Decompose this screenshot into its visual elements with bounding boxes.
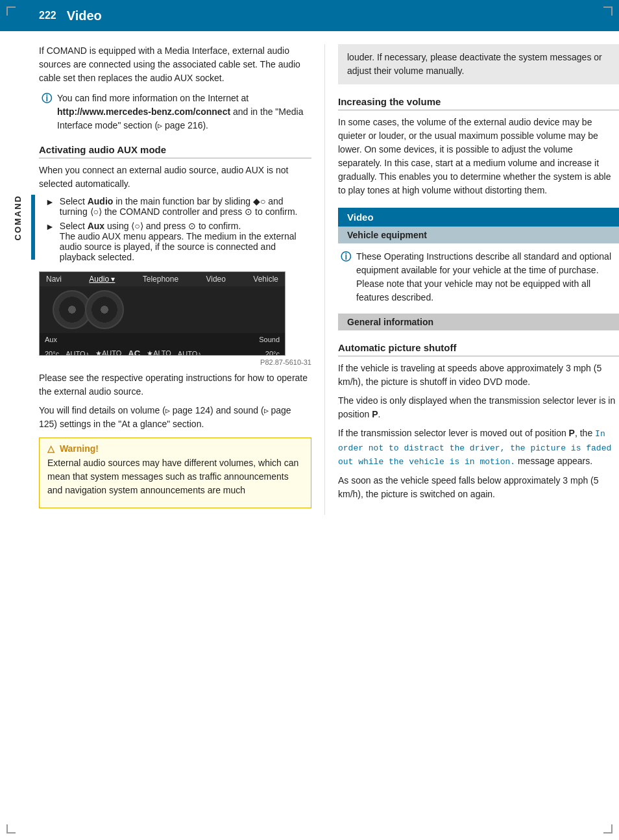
temp-right: 20°c	[265, 350, 280, 356]
warning-icon: △	[47, 443, 55, 454]
tab-audio: Audio ▾	[89, 275, 115, 284]
section-heading-aux: Activating audio AUX mode	[39, 144, 311, 158]
warning-box: △ Warning! External audio sources may ha…	[39, 438, 311, 508]
step2: ► Select Aux using ⟨○⟩ and press ⊙ to co…	[45, 221, 311, 262]
display-main-area	[40, 286, 285, 333]
aux-label: Aux	[45, 336, 57, 343]
highlight-box: louder. If necessary, please deactivate …	[338, 44, 619, 84]
corner-mark-br	[603, 824, 613, 834]
step2-detail: The audio AUX menu appears. The medium i…	[60, 231, 297, 262]
after-display-1: Please see the respective operating inst…	[39, 371, 311, 399]
display-bottom-bar: Aux Sound	[40, 333, 285, 346]
page-header: 222 Video	[0, 0, 619, 31]
left-column: If COMAND is equipped with a Media Inter…	[39, 44, 324, 515]
display-top-bar: Navi Audio ▾ Telephone Video Vehicle	[40, 272, 285, 286]
warning-text: External audio sources may have differen…	[47, 456, 303, 497]
display-bottom-left: Aux	[45, 336, 57, 343]
auto-left: AUTO♪	[66, 350, 89, 356]
tab-video: Video	[206, 275, 225, 284]
sidebar-marker	[31, 195, 35, 260]
after-display-2: You will find details on volume (▹ page …	[39, 404, 311, 431]
display-bottom-right: Sound	[259, 336, 280, 343]
info-icon-vehicle: ⓘ	[341, 251, 351, 264]
volume-text: In some cases, the volume of the externa…	[338, 116, 619, 197]
bullet-arrow-2: ►	[45, 221, 55, 232]
vehicle-info-text: These Operating Instructions describe al…	[356, 250, 619, 304]
bullet-arrow-1: ►	[45, 197, 55, 207]
tab-navi: Navi	[46, 275, 62, 284]
header-title: Video	[67, 8, 102, 23]
aux-intro: When you connect an external audio sourc…	[39, 164, 311, 191]
right-column: louder. If necessary, please deactivate …	[324, 44, 619, 515]
step1: ► Select Audio in the main function bar …	[45, 196, 311, 217]
auto-right: AUTO♪	[178, 350, 201, 356]
corner-mark-bl	[6, 824, 16, 834]
info-box-vehicle: ⓘ These Operating Instructions describe …	[338, 250, 619, 304]
video-section-header: Video	[338, 208, 619, 227]
climate-left: 20°c AUTO♪ ★AUTO AC ★ALTO AUTO♪	[45, 349, 201, 356]
step2-text: Select Aux using ⟨○⟩ and press ⊙ to conf…	[60, 221, 311, 262]
page-number: 222	[39, 10, 56, 21]
sidebar-label: COMAND	[13, 195, 23, 241]
corner-mark-tl	[6, 6, 16, 16]
shutoff-para4: As soon as the vehicle speed falls below…	[338, 474, 619, 501]
star-alto: ★ALTO	[147, 349, 171, 356]
star-auto: ★AUTO	[95, 349, 121, 356]
main-content: If COMAND is equipped with a Media Inter…	[0, 31, 619, 528]
step1-text: Select Audio in the main function bar by…	[60, 196, 311, 217]
info-box-internet: ⓘ You can find more information on the I…	[39, 92, 311, 132]
info-icon: ⓘ	[42, 92, 52, 106]
tab-telephone: Telephone	[143, 275, 178, 284]
shutoff-heading: Automatic picture shutoff	[338, 342, 619, 356]
shutoff-para2: The video is only displayed when the tra…	[338, 394, 619, 421]
general-info-subheader: General information	[338, 314, 619, 330]
info-text-internet: You can find more information on the Int…	[57, 92, 311, 132]
corner-mark-tr	[603, 6, 613, 16]
tab-vehicle: Vehicle	[253, 275, 278, 284]
temp-left: 20°c	[45, 350, 59, 356]
warning-title: △ Warning!	[47, 443, 303, 454]
display-image: Navi Audio ▾ Telephone Video Vehicle Aux…	[39, 271, 285, 356]
intro-paragraph: If COMAND is equipped with a Media Inter…	[39, 44, 311, 85]
section-heading-volume: Increasing the volume	[338, 96, 619, 110]
display-caption: P82.87-5610-31	[39, 358, 311, 366]
climate-bar: 20°c AUTO♪ ★AUTO AC ★ALTO AUTO♪ 20°c	[40, 346, 285, 356]
vinyl-record-2	[85, 290, 124, 329]
ac-label: AC	[128, 349, 140, 356]
vehicle-equipment-subheader: Vehicle equipment	[338, 227, 619, 243]
shutoff-para3: If the transmission selector lever is mo…	[338, 426, 619, 469]
shutoff-para1: If the vehicle is traveling at speeds ab…	[338, 362, 619, 389]
